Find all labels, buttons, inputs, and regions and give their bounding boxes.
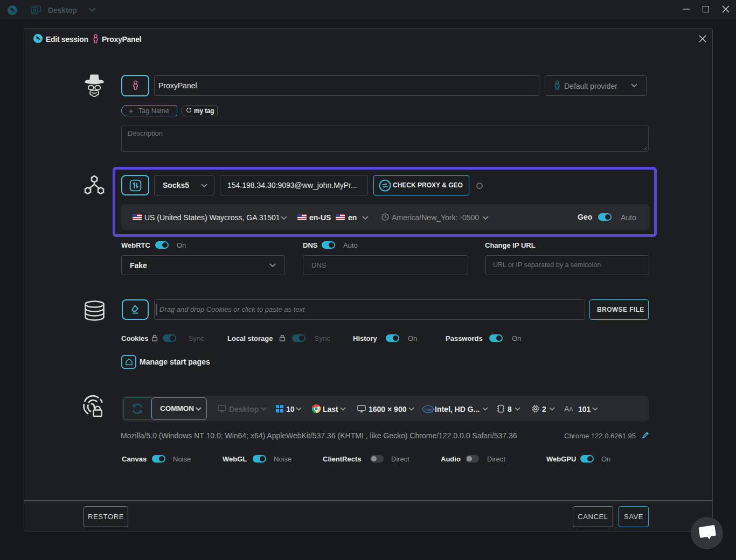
svg-text:intel: intel [425,407,433,412]
